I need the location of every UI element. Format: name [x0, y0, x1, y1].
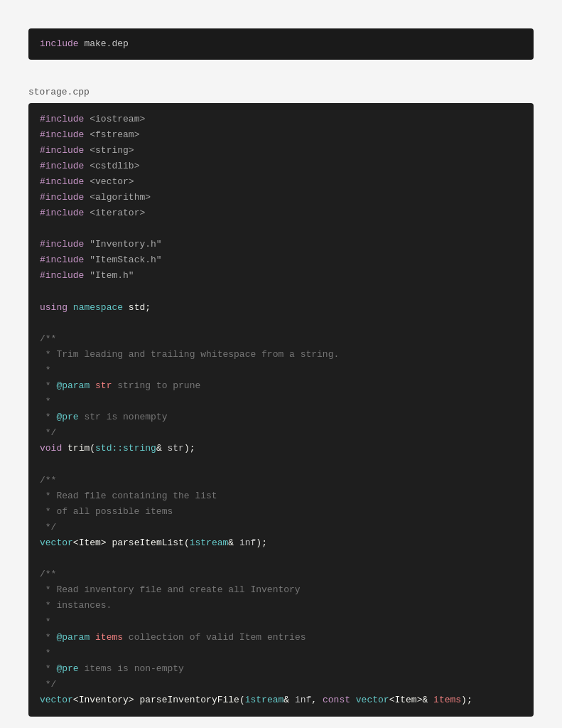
- top-section: include make.dep: [0, 0, 562, 74]
- code-line: #include <cstdlib>: [40, 159, 522, 174]
- code-line-blank: [40, 221, 522, 237]
- code-line: */: [40, 520, 522, 535]
- code-line: #include <string>: [40, 143, 522, 159]
- code-block: #include <iostream> #include <fstream> #…: [28, 103, 534, 717]
- code-line: * of all possible items: [40, 504, 522, 520]
- code-line: */: [40, 677, 522, 692]
- include-keyword: include: [40, 38, 79, 49]
- terminal-line: include make.dep: [40, 38, 129, 49]
- code-line: * @pre items is non-empty: [40, 661, 522, 677]
- code-line: *: [40, 646, 522, 661]
- page-container: include make.dep storage.cpp #include <i…: [0, 0, 562, 728]
- code-line: #include "Item.h": [40, 268, 522, 284]
- code-line: * @pre str is nonempty: [40, 410, 522, 425]
- terminal-rest: make.dep: [79, 38, 129, 49]
- code-line-blank: [40, 316, 522, 331]
- code-line-blank: [40, 457, 522, 473]
- code-line: #include "ItemStack.h": [40, 252, 522, 268]
- filename-label: storage.cpp: [0, 81, 562, 103]
- code-line: #include <algorithm>: [40, 190, 522, 205]
- code-line: *: [40, 394, 522, 410]
- code-line: /**: [40, 331, 522, 347]
- code-line: * Read file containing the list: [40, 488, 522, 504]
- code-line: vector<Item> parseItemList(istream& inf)…: [40, 535, 522, 551]
- terminal-block: include make.dep: [28, 28, 534, 60]
- code-line: * @param items collection of valid Item …: [40, 630, 522, 646]
- code-line: using namespace std;: [40, 300, 522, 316]
- code-line: * Read inventory file and create all Inv…: [40, 582, 522, 598]
- code-line-blank: [40, 551, 522, 567]
- code-line: #include <fstream>: [40, 127, 522, 143]
- code-line: /**: [40, 473, 522, 488]
- code-line: #include <vector>: [40, 174, 522, 190]
- code-line: /**: [40, 567, 522, 582]
- code-line: *: [40, 363, 522, 378]
- code-line: #include "Inventory.h": [40, 237, 522, 252]
- code-line: vector<Inventory> parseInventoryFile(ist…: [40, 692, 522, 708]
- code-line-blank: [40, 284, 522, 300]
- code-line: */: [40, 425, 522, 441]
- code-line: * instances.: [40, 598, 522, 614]
- code-line: void trim(std::string& str);: [40, 441, 522, 456]
- code-line: * @param str string to prune: [40, 378, 522, 394]
- code-line: * Trim leading and trailing whitespace f…: [40, 347, 522, 363]
- code-line: #include <iostream>: [40, 112, 522, 127]
- code-line: #include <iterator>: [40, 205, 522, 221]
- code-line: *: [40, 614, 522, 630]
